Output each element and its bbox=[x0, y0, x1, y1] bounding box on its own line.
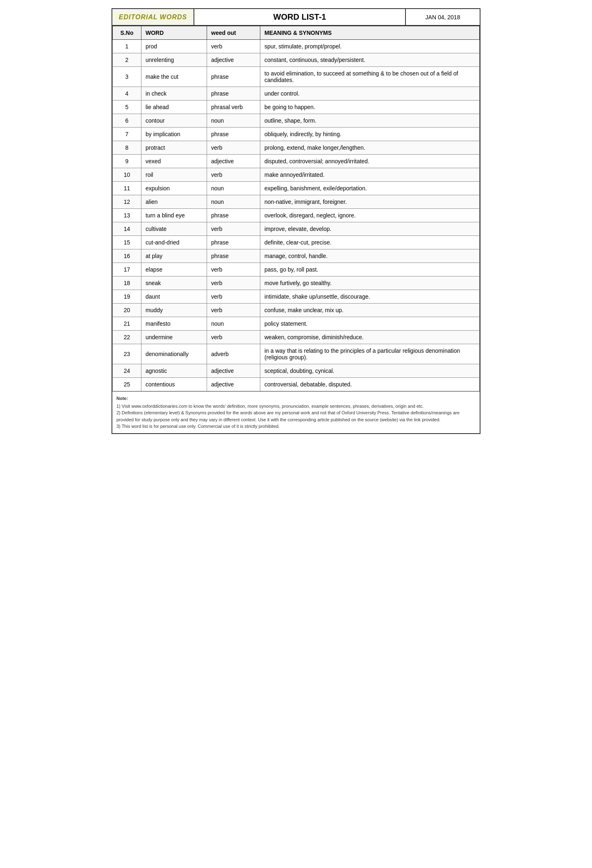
table-row: 19dauntverbintimidate, shake up/unsettle… bbox=[113, 290, 480, 304]
cell-sno: 5 bbox=[113, 101, 141, 114]
cell-sno: 7 bbox=[113, 128, 141, 141]
cell-sno: 21 bbox=[113, 317, 141, 331]
table-row: 11expulsionnounexpelling, banishment, ex… bbox=[113, 182, 480, 195]
table-row: 14cultivateverbimprove, elevate, develop… bbox=[113, 222, 480, 236]
page-container: EDITORIAL WORDS WORD LIST-1 JAN 04, 2018… bbox=[112, 8, 480, 434]
cell-word: agnostic bbox=[141, 364, 207, 378]
cell-sno: 24 bbox=[113, 364, 141, 378]
cell-meaning: spur, stimulate, prompt/propel. bbox=[260, 40, 480, 53]
cell-sno: 19 bbox=[113, 290, 141, 304]
cell-sno: 1 bbox=[113, 40, 141, 53]
cell-sno: 12 bbox=[113, 195, 141, 209]
cell-type: adjective bbox=[207, 155, 260, 168]
cell-word: cultivate bbox=[141, 222, 207, 236]
cell-sno: 8 bbox=[113, 141, 141, 155]
note-line: 2) Definitions (elementary level) & Syno… bbox=[116, 409, 476, 423]
cell-meaning: to avoid elimination, to succeed at some… bbox=[260, 67, 480, 87]
cell-meaning: non-native, immigrant, foreigner. bbox=[260, 195, 480, 209]
col-sno: S.No bbox=[113, 26, 141, 40]
cell-type: verb bbox=[207, 222, 260, 236]
cell-sno: 11 bbox=[113, 182, 141, 195]
cell-meaning: move furtively, go stealthy. bbox=[260, 276, 480, 290]
table-row: 4in checkphraseunder control. bbox=[113, 87, 480, 101]
cell-meaning: confuse, make unclear, mix up. bbox=[260, 304, 480, 317]
table-row: 25contentiousadjectivecontroversial, deb… bbox=[113, 378, 480, 391]
cell-word: by implication bbox=[141, 128, 207, 141]
cell-type: phrase bbox=[207, 249, 260, 263]
header-title: WORD LIST-1 bbox=[194, 9, 406, 25]
cell-word: contour bbox=[141, 114, 207, 128]
cell-sno: 22 bbox=[113, 331, 141, 344]
table-row: 15cut-and-driedphrasedefinite, clear-cut… bbox=[113, 236, 480, 249]
cell-sno: 15 bbox=[113, 236, 141, 249]
cell-word: muddy bbox=[141, 304, 207, 317]
cell-meaning: intimidate, shake up/unsettle, discourag… bbox=[260, 290, 480, 304]
cell-sno: 2 bbox=[113, 53, 141, 67]
note-line: 3) This word list is for personal use on… bbox=[116, 423, 476, 430]
cell-meaning: in a way that is relating to the princip… bbox=[260, 344, 480, 364]
notes-title: Note: bbox=[116, 395, 476, 402]
cell-word: expulsion bbox=[141, 182, 207, 195]
cell-sno: 23 bbox=[113, 344, 141, 364]
table-row: 3make the cutphraseto avoid elimination,… bbox=[113, 67, 480, 87]
cell-meaning: expelling, banishment, exile/deportation… bbox=[260, 182, 480, 195]
cell-type: adjective bbox=[207, 378, 260, 391]
cell-sno: 10 bbox=[113, 168, 141, 182]
cell-meaning: sceptical, doubting, cynical. bbox=[260, 364, 480, 378]
table-row: 6contournounoutline, shape, form. bbox=[113, 114, 480, 128]
cell-word: prod bbox=[141, 40, 207, 53]
cell-type: phrase bbox=[207, 209, 260, 222]
cell-meaning: under control. bbox=[260, 87, 480, 101]
cell-type: verb bbox=[207, 304, 260, 317]
cell-type: adverb bbox=[207, 344, 260, 364]
cell-sno: 6 bbox=[113, 114, 141, 128]
cell-sno: 3 bbox=[113, 67, 141, 87]
table-row: 1prodverbspur, stimulate, prompt/propel. bbox=[113, 40, 480, 53]
cell-word: contentious bbox=[141, 378, 207, 391]
table-row: 22undermineverbweaken, compromise, dimin… bbox=[113, 331, 480, 344]
cell-word: protract bbox=[141, 141, 207, 155]
cell-word: in check bbox=[141, 87, 207, 101]
cell-word: roil bbox=[141, 168, 207, 182]
cell-word: unrelenting bbox=[141, 53, 207, 67]
cell-meaning: definite, clear-cut, precise. bbox=[260, 236, 480, 249]
cell-type: verb bbox=[207, 331, 260, 344]
table-row: 13turn a blind eyephraseoverlook, disreg… bbox=[113, 209, 480, 222]
table-row: 16at playphrasemanage, control, handle. bbox=[113, 249, 480, 263]
cell-type: phrase bbox=[207, 236, 260, 249]
header-date: JAN 04, 2018 bbox=[406, 9, 480, 25]
cell-meaning: make annoyed/irritated. bbox=[260, 168, 480, 182]
cell-sno: 25 bbox=[113, 378, 141, 391]
table-row: 23denominationallyadverbin a way that is… bbox=[113, 344, 480, 364]
cell-sno: 9 bbox=[113, 155, 141, 168]
col-meaning: MEANING & SYNONYMS bbox=[260, 26, 480, 40]
cell-word: sneak bbox=[141, 276, 207, 290]
notes-section: Note: 1) Visit www.oxforddictionaries.co… bbox=[112, 391, 480, 433]
notes-lines: 1) Visit www.oxforddictionaries.com to k… bbox=[116, 403, 476, 430]
cell-word: manifesto bbox=[141, 317, 207, 331]
cell-type: adjective bbox=[207, 364, 260, 378]
cell-type: phrasal verb bbox=[207, 101, 260, 114]
cell-type: noun bbox=[207, 195, 260, 209]
cell-type: verb bbox=[207, 168, 260, 182]
col-weed-out: weed out bbox=[207, 26, 260, 40]
note-line: 1) Visit www.oxforddictionaries.com to k… bbox=[116, 403, 476, 410]
cell-sno: 17 bbox=[113, 263, 141, 276]
header-row: EDITORIAL WORDS WORD LIST-1 JAN 04, 2018 bbox=[112, 9, 480, 26]
cell-meaning: be going to happen. bbox=[260, 101, 480, 114]
cell-sno: 13 bbox=[113, 209, 141, 222]
cell-sno: 16 bbox=[113, 249, 141, 263]
table-row: 24agnosticadjectivesceptical, doubting, … bbox=[113, 364, 480, 378]
editorial-title: EDITORIAL WORDS bbox=[119, 14, 187, 21]
cell-meaning: weaken, compromise, diminish/reduce. bbox=[260, 331, 480, 344]
cell-sno: 14 bbox=[113, 222, 141, 236]
cell-meaning: manage, control, handle. bbox=[260, 249, 480, 263]
cell-meaning: overlook, disregard, neglect, ignore. bbox=[260, 209, 480, 222]
cell-type: adjective bbox=[207, 53, 260, 67]
cell-meaning: outline, shape, form. bbox=[260, 114, 480, 128]
table-row: 20muddyverbconfuse, make unclear, mix up… bbox=[113, 304, 480, 317]
cell-meaning: constant, continuous, steady/persistent. bbox=[260, 53, 480, 67]
cell-word: denominationally bbox=[141, 344, 207, 364]
cell-word: daunt bbox=[141, 290, 207, 304]
table-row: 9vexedadjectivedisputed, controversial; … bbox=[113, 155, 480, 168]
